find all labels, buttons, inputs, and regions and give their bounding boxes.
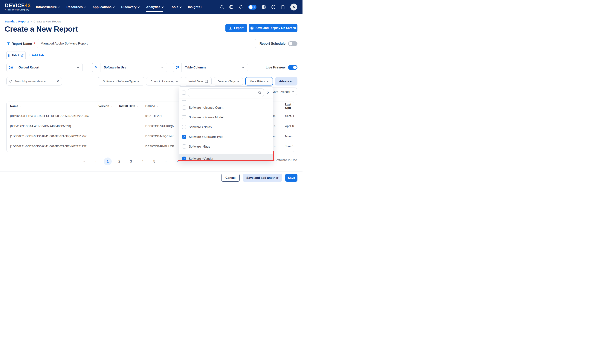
sort-icon[interactable]: ↑↓ (20, 105, 21, 107)
checkbox-checked[interactable]: ✓ (182, 135, 186, 139)
search-input[interactable] (14, 80, 55, 83)
main-menu: Infrastructure Resources Applications Di… (36, 4, 202, 10)
breadcrumb: Standard Reports › Create a New Report (5, 20, 61, 23)
filter-install-date[interactable]: Install Date (185, 77, 212, 86)
option-tags[interactable]: Software >Tags (179, 142, 273, 151)
pagination-page-2[interactable]: 2 (116, 157, 123, 165)
checkbox-checked[interactable]: ✓ (182, 156, 186, 161)
column-header-install-date[interactable]: Install Date↑↓ (119, 102, 138, 111)
cell-last-updated: June 16, 2 (285, 141, 294, 151)
menu-insights[interactable]: Insights+ (188, 4, 202, 10)
menu-infrastructure[interactable]: Infrastructure (36, 4, 60, 10)
report-name-label: T Report Name * (7, 41, 35, 46)
cell-device: DESKTOP-VUUK3Q5 (145, 121, 174, 131)
panel-search-input[interactable] (191, 91, 257, 94)
cell-device: 0101-DEV01 (145, 111, 162, 121)
toggle-knob (249, 5, 253, 9)
more-filters-panel: ✕ Software >License Count Software >Lice… (179, 86, 273, 161)
chevron-down-icon (138, 6, 140, 8)
option-vendor[interactable]: ✓ Software >Vendor (179, 154, 273, 161)
advanced-button[interactable]: Advanced (275, 77, 297, 86)
filter-count-licensing[interactable]: Count in Licensing (146, 77, 182, 86)
pagination-page-3[interactable]: 3 (127, 157, 135, 165)
sort-icon[interactable]: ↑↓ (111, 105, 112, 107)
footer-bar: Cancel Save and add another Save (0, 171, 303, 182)
clear-search-icon[interactable]: ✕ (57, 79, 59, 83)
column-header-name[interactable]: Name↑↓ (10, 102, 21, 111)
pagination-next[interactable]: › (162, 157, 170, 165)
pagination-page-5[interactable]: 5 (150, 157, 158, 165)
brand-text: DEVICE42 (5, 3, 31, 8)
top-navbar: DEVICE42 A Freshworks Company Infrastruc… (0, 0, 303, 14)
close-icon[interactable]: ✕ (267, 91, 270, 95)
device42-logo[interactable]: DEVICE42 A Freshworks Company (5, 3, 31, 11)
filter-more-filters[interactable]: More Filters (245, 77, 273, 86)
kanban-grid-icon (173, 63, 182, 72)
pagination-page-4[interactable]: 4 (139, 157, 146, 165)
menu-applications[interactable]: Applications (92, 4, 115, 10)
gear-icon[interactable] (262, 5, 266, 9)
help-icon[interactable] (271, 5, 276, 9)
checkbox-unchecked[interactable] (182, 125, 186, 129)
cell-name: {012D26C3-E12A-3BDA-8ECE-DF14E721A507}.K… (10, 111, 89, 121)
checkbox-unchecked[interactable] (182, 105, 186, 110)
filter-software-type[interactable]: Software→Software Type (98, 77, 144, 86)
drag-handle-icon[interactable] (8, 54, 10, 57)
pagination-prev[interactable]: ‹ (92, 157, 100, 165)
pagination-first[interactable]: « (80, 157, 88, 165)
menu-tools[interactable]: Tools (170, 4, 181, 10)
calendar-icon (205, 80, 208, 83)
globe-icon[interactable] (229, 5, 233, 9)
section-divider (5, 167, 297, 167)
option-license-model[interactable]: Software >License Model (179, 112, 273, 122)
cancel-button[interactable]: Cancel (221, 174, 240, 182)
breadcrumb-current: Create a New Report (34, 20, 61, 23)
option-notes[interactable]: Software >Notes (179, 122, 273, 132)
partially-scrolled-checkbox[interactable] (182, 99, 186, 101)
chevron-down-icon (161, 6, 164, 8)
brand-subtitle: A Freshworks Company (5, 9, 31, 11)
live-preview: Live Preview (266, 65, 297, 70)
edit-icon[interactable] (21, 53, 24, 57)
checkbox-unchecked[interactable] (182, 144, 186, 148)
add-tab-button[interactable]: + Add Tab (28, 53, 44, 57)
breadcrumb-standard-reports[interactable]: Standard Reports (5, 20, 29, 23)
filter-device-tags[interactable]: Device→Tags (214, 77, 243, 86)
option-license-count[interactable]: Software >License Count (179, 103, 273, 112)
column-header-last-updated[interactable]: Last Upd (285, 102, 294, 111)
report-name-input[interactable] (37, 39, 256, 48)
chevron-down-icon (58, 6, 60, 8)
theme-toggle[interactable]: ☀ (248, 5, 257, 10)
user-avatar[interactable]: A (290, 3, 297, 11)
sort-icon[interactable]: ↑↓ (136, 105, 138, 107)
save-display-button[interactable]: Save and Display On Screen (249, 24, 297, 32)
live-preview-toggle[interactable] (288, 65, 297, 70)
checkbox-unchecked[interactable] (182, 115, 186, 119)
table-columns-select[interactable]: Table Columns (173, 63, 248, 72)
column-header-device[interactable]: Device↑↓ (145, 102, 158, 111)
menu-analytics[interactable]: Analytics (146, 4, 163, 10)
report-schedule: Report Schedule (259, 41, 297, 46)
tab-1[interactable]: Tab 1 (6, 51, 26, 59)
export-button[interactable]: Export (225, 24, 247, 32)
chevron-down-icon (137, 80, 139, 82)
report-type-select[interactable]: Guided Report (6, 63, 83, 72)
bell-icon[interactable] (239, 5, 243, 9)
menu-discovery[interactable]: Discovery (121, 4, 139, 10)
bookmark-icon[interactable] (281, 5, 285, 9)
chevron-down-icon (180, 6, 181, 8)
tab-divider (5, 59, 297, 59)
chevron-down-icon (161, 66, 163, 68)
search-icon[interactable] (220, 5, 224, 9)
save-button[interactable]: Save (285, 174, 297, 182)
report-schedule-toggle[interactable] (288, 41, 297, 46)
column-header-version[interactable]: Version↑↓ (98, 102, 112, 111)
search-icon (258, 91, 261, 94)
option-software-type[interactable]: ✓ Software >Software Type (179, 132, 273, 142)
sort-icon[interactable]: ↑↓ (156, 105, 158, 107)
select-all-checkbox[interactable] (182, 91, 186, 95)
pagination-page-1[interactable]: 1 (104, 157, 112, 165)
data-source-select[interactable]: Software In Use (92, 63, 167, 72)
menu-resources[interactable]: Resources (66, 4, 86, 10)
save-and-add-another-button[interactable]: Save and add another (243, 174, 282, 182)
